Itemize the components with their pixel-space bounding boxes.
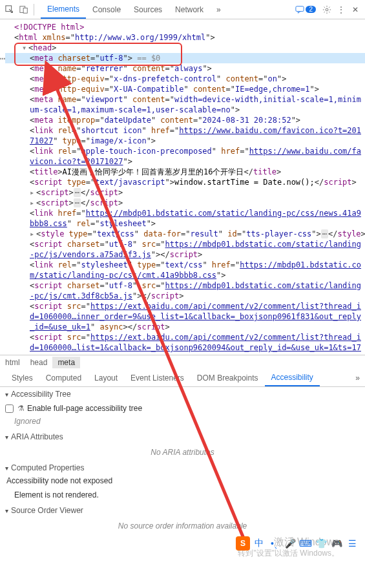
flask-icon: ⚗ bbox=[17, 404, 25, 413]
expand-toggle-icon[interactable] bbox=[30, 187, 36, 198]
subtab-layout[interactable]: Layout bbox=[88, 369, 124, 386]
title-node[interactable]: <title>AI漫画丨恰同学少年！回首青葱岁月里的16个开学日</title> bbox=[5, 167, 365, 177]
no-aria-note: No ARIA attributes bbox=[0, 444, 365, 461]
subtab-styles[interactable]: Styles bbox=[5, 369, 39, 386]
link-favicon-node[interactable]: <link rel="shortcut icon" href="https://… bbox=[5, 125, 365, 146]
subtab-event-listeners[interactable]: Event Listeners bbox=[124, 369, 191, 386]
console-message-badge[interactable]: 2 bbox=[291, 5, 320, 14]
breadcrumb-head[interactable]: head bbox=[25, 357, 53, 368]
script-cmt-node[interactable]: <script charset="utf-8" src="https://mbd… bbox=[5, 280, 365, 301]
section-computed-properties[interactable]: ▾Computed Properties bbox=[0, 461, 365, 475]
script-collapsed-node[interactable]: <script>⋯</script> bbox=[5, 187, 365, 198]
message-icon bbox=[295, 5, 304, 14]
ime-skin-icon[interactable]: 👕 bbox=[315, 537, 328, 550]
kebab-menu-icon[interactable]: ⋮ bbox=[334, 3, 348, 17]
tab-console[interactable]: Console bbox=[86, 0, 127, 19]
breadcrumb-html[interactable]: html bbox=[0, 357, 25, 368]
style-tts-node[interactable]: <style type="text/css" data-for="result"… bbox=[5, 229, 365, 239]
html-node[interactable]: <html xmlns="http://www.w3.org/1999/xhtm… bbox=[5, 32, 365, 43]
svg-rect-2 bbox=[23, 8, 27, 13]
head-node[interactable]: <head> bbox=[5, 43, 365, 53]
ime-toolbar: S 中 •ˎ 🎤 ⌨ 👕 🎮 ☰ bbox=[236, 536, 359, 551]
ime-toolbox-icon[interactable]: 🎮 bbox=[330, 537, 343, 550]
not-rendered-label: Element is not rendered. bbox=[0, 489, 365, 503]
sogou-icon[interactable]: S bbox=[236, 536, 250, 551]
doctype-node[interactable]: <!DOCTYPE html> bbox=[5, 22, 365, 32]
meta-charset-node[interactable]: <meta charset="utf-8"> == $0 bbox=[5, 53, 365, 63]
meta-uacompat-node[interactable]: <meta http-equiv="X-UA-Compatible" conte… bbox=[5, 84, 365, 94]
subtab-dom-breakpoints[interactable]: DOM Breakpoints bbox=[191, 369, 265, 386]
tab-network[interactable]: Network bbox=[169, 0, 210, 19]
subtab-accessibility[interactable]: Accessibility bbox=[265, 369, 320, 386]
meta-viewport-node[interactable]: <meta name="viewport" content="width=dev… bbox=[5, 94, 365, 115]
section-source-order[interactable]: ▾Source Order Viewer bbox=[0, 503, 365, 518]
meta-prefetch-node[interactable]: <meta http-equiv="x-dns-prefetch-control… bbox=[5, 74, 365, 84]
script-collapsed-node[interactable]: <script>⋯</script> bbox=[5, 198, 365, 208]
subtab-computed[interactable]: Computed bbox=[39, 369, 88, 386]
link-touch-node[interactable]: <link rel="apple-touch-icon-precomposed"… bbox=[5, 146, 365, 167]
expand-toggle-icon[interactable] bbox=[30, 229, 36, 239]
divider bbox=[34, 4, 34, 16]
ime-more-icon[interactable]: ☰ bbox=[346, 537, 359, 550]
subtabs-overflow-icon[interactable]: » bbox=[355, 373, 365, 383]
script-api2-node[interactable]: <script src="https://ext.baidu.com/api/c… bbox=[5, 332, 365, 355]
settings-icon[interactable] bbox=[320, 3, 334, 17]
main-tabs: Elements Console Sources Network » bbox=[37, 0, 291, 19]
not-exposed-label: Accessibility node not exposed bbox=[0, 475, 365, 489]
breadcrumb: html head meta bbox=[0, 355, 365, 369]
section-aria-attributes[interactable]: ▾ARIA Attributes bbox=[0, 430, 365, 444]
ime-lang-icon[interactable]: 中 bbox=[253, 537, 266, 550]
expand-toggle-icon[interactable] bbox=[22, 43, 28, 53]
ignored-label: Ignored bbox=[0, 415, 365, 430]
elements-dom-tree[interactable]: <!DOCTYPE html> <html xmlns="http://www.… bbox=[0, 19, 365, 355]
script-vendors-node[interactable]: <script charset="utf-8" src="https://mbd… bbox=[5, 239, 365, 260]
breadcrumb-meta[interactable]: meta bbox=[52, 357, 80, 368]
full-page-tree-row: ⚗ Enable full-page accessibility tree bbox=[0, 401, 365, 415]
full-page-tree-checkbox[interactable] bbox=[5, 404, 14, 413]
inspect-icon[interactable] bbox=[3, 3, 17, 17]
message-count: 2 bbox=[306, 6, 316, 13]
devtools-toolbar: Elements Console Sources Network » 2 ⋮ ✕ bbox=[0, 0, 365, 19]
meta-dateupdate-node[interactable]: <meta itemprop="dateUpdate" content="202… bbox=[5, 115, 365, 125]
device-toggle-icon[interactable] bbox=[17, 3, 31, 17]
ime-punct-icon[interactable]: •ˎ bbox=[268, 537, 281, 550]
ime-voice-icon[interactable]: 🎤 bbox=[284, 537, 297, 550]
ime-keyboard-icon[interactable]: ⌨ bbox=[299, 537, 312, 550]
close-icon[interactable]: ✕ bbox=[348, 3, 362, 17]
expand-toggle-icon[interactable] bbox=[30, 198, 36, 208]
script-api1-node[interactable]: <script src="https://ext.baidu.com/api/c… bbox=[5, 301, 365, 332]
meta-referrer-node[interactable]: <meta name="referrer" content="always"> bbox=[5, 63, 365, 74]
section-accessibility-tree[interactable]: ▾Accessibility Tree bbox=[0, 387, 365, 401]
svg-rect-3 bbox=[296, 6, 304, 11]
svg-point-4 bbox=[326, 8, 328, 11]
accessibility-panel: ▾Accessibility Tree ⚗ Enable full-page a… bbox=[0, 387, 365, 534]
tab-sources[interactable]: Sources bbox=[127, 0, 169, 19]
script-starttime-node[interactable]: <script type="text/javascript">window.st… bbox=[5, 177, 365, 187]
tab-elements[interactable]: Elements bbox=[41, 0, 86, 19]
tabs-overflow-icon[interactable]: » bbox=[210, 0, 227, 19]
no-source-order-note: No source order information available bbox=[0, 518, 365, 534]
elements-subtabs: Styles Computed Layout Event Listeners D… bbox=[0, 369, 365, 387]
link-cmt-node[interactable]: <link rel="stylesheet" type="text/css" h… bbox=[5, 260, 365, 280]
link-news-node[interactable]: <link href="https://mbdp01.bdstatic.com/… bbox=[5, 208, 365, 229]
full-page-tree-label: Enable full-page accessibility tree bbox=[27, 404, 142, 413]
